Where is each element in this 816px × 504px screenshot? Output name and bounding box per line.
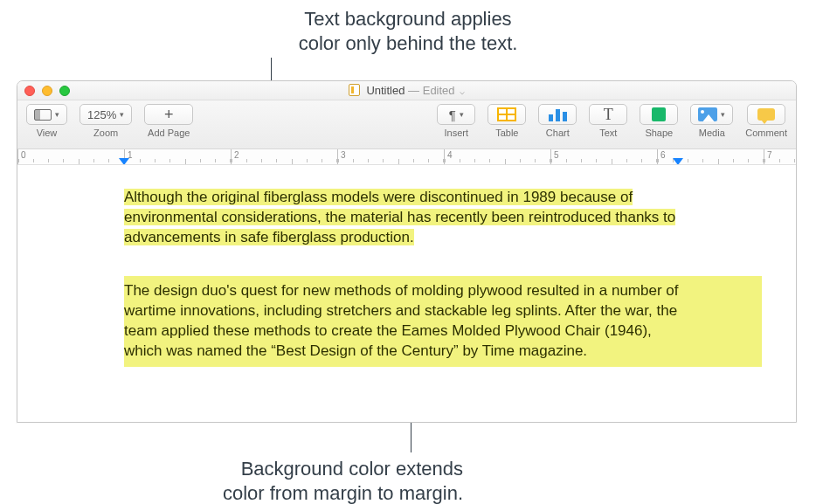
window-title[interactable]: Untitled — Edited ⌵: [17, 84, 796, 97]
toolbar-label: Chart: [546, 128, 570, 138]
toolbar-label: View: [37, 128, 58, 138]
callout-text-line2: color only behind the text.: [0, 31, 816, 56]
plus-icon: +: [164, 107, 174, 122]
text-icon: T: [604, 107, 613, 122]
zoom-value: 125%: [87, 108, 116, 121]
table-icon: [497, 107, 516, 121]
document-icon: [349, 84, 360, 96]
view-icon: [34, 109, 52, 121]
toolbar-label: Comment: [745, 128, 787, 138]
toolbar-label: Add Page: [148, 128, 190, 138]
horizontal-ruler[interactable]: 0 1 2 3 4 5 6 7: [17, 149, 796, 165]
toolbar-label: Zoom: [93, 128, 118, 138]
insert-button[interactable]: ¶▾ Insert: [437, 104, 475, 138]
callout-text-line1: Text background applies: [0, 7, 816, 31]
toolbar-label: Media: [699, 128, 725, 138]
paragraph-background-color[interactable]: The design duo's quest for new methods o…: [124, 276, 762, 367]
paragraph-text: Although the original fiberglass models …: [124, 189, 675, 245]
view-button[interactable]: ▾ View: [26, 104, 67, 138]
left-margin-marker[interactable]: [119, 158, 129, 165]
shape-button[interactable]: Shape: [640, 104, 678, 138]
media-button[interactable]: ▾ Media: [690, 104, 733, 138]
document-name: Untitled: [366, 84, 405, 97]
text-button[interactable]: T Text: [589, 104, 627, 138]
callout-text-background: Text background applies color only behin…: [0, 7, 816, 55]
fullscreen-icon[interactable]: [59, 86, 70, 96]
media-icon: [698, 107, 717, 121]
toolbar: ▾ View 125%▾ Zoom + Add Page ¶▾ Insert T…: [17, 100, 796, 149]
shape-icon: [652, 107, 666, 121]
chevron-down-icon: ▾: [120, 110, 124, 119]
pilcrow-icon: ¶: [449, 107, 456, 122]
chart-button[interactable]: Chart: [538, 104, 577, 138]
chart-icon: [549, 107, 567, 121]
add-page-button[interactable]: + Add Page: [144, 104, 193, 138]
callout-background-color: Background color extends color from marg…: [131, 457, 463, 504]
app-window: Untitled — Edited ⌵ ▾ View 125%▾ Zoom + …: [17, 80, 797, 423]
chevron-down-icon: ▾: [721, 110, 725, 119]
paragraph-text-background[interactable]: Although the original fiberglass models …: [124, 188, 679, 248]
document-page[interactable]: Although the original fiberglass models …: [17, 165, 796, 422]
callout-text-line2: color from margin to margin.: [131, 481, 463, 505]
close-icon[interactable]: [24, 86, 35, 96]
chevron-down-icon: ⌵: [460, 86, 465, 96]
comment-button[interactable]: Comment: [745, 104, 787, 138]
toolbar-label: Table: [495, 128, 518, 138]
right-margin-marker[interactable]: [673, 158, 683, 165]
toolbar-label: Shape: [645, 128, 673, 138]
chevron-down-icon: ▾: [55, 110, 59, 119]
paragraph-text: The design duo's quest for new methods o…: [124, 281, 683, 362]
toolbar-label: Insert: [445, 128, 469, 138]
window-titlebar: Untitled — Edited ⌵: [17, 81, 796, 100]
chevron-down-icon: ▾: [460, 110, 464, 119]
table-button[interactable]: Table: [488, 104, 526, 138]
document-state: Edited: [423, 84, 455, 97]
comment-icon: [757, 108, 775, 121]
window-controls: [24, 86, 70, 96]
minimize-icon[interactable]: [42, 86, 52, 96]
toolbar-label: Text: [599, 128, 617, 138]
callout-text-line1: Background color extends: [131, 457, 463, 481]
zoom-button[interactable]: 125%▾ Zoom: [80, 104, 132, 138]
